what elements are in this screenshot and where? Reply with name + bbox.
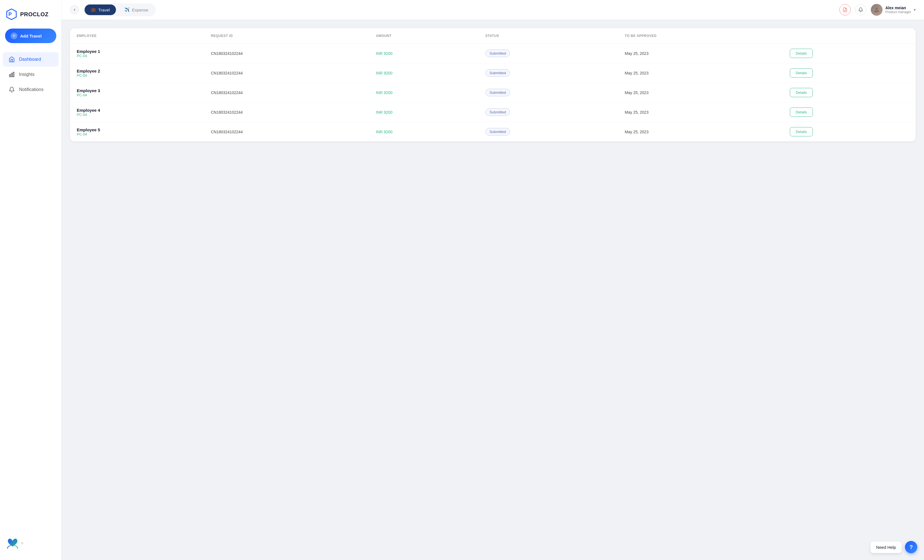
bird-logo-icon	[6, 538, 20, 549]
cell-request-id-0: CN180324102244	[204, 44, 369, 63]
cell-status-4: Submitted	[478, 122, 618, 142]
employee-name-2: Employee 3	[77, 88, 198, 93]
footer-brand: ©	[6, 538, 56, 549]
employee-name-1: Employee 2	[77, 69, 198, 73]
user-role: Product manager	[885, 10, 911, 14]
help-button[interactable]: ?	[905, 541, 917, 553]
header: 💼 Travel ✈️ Expense	[62, 0, 924, 20]
header-left: 💼 Travel ✈️ Expense	[70, 3, 156, 16]
cell-action-4: Details	[783, 122, 916, 142]
col-to-be-approved: TO BE APPROVED	[618, 28, 783, 44]
avatar	[871, 4, 882, 16]
table-row: Employee 1 PC-04 CN180324102244 INR 9200…	[70, 44, 916, 63]
cell-amount-2: INR 9200	[369, 83, 478, 102]
details-button-2[interactable]: Details	[790, 88, 813, 97]
cell-request-id-1: CN180324102244	[204, 63, 369, 83]
export-button[interactable]	[839, 4, 850, 15]
table-row: Employee 5 PC-04 CN180324102244 INR 9200…	[70, 122, 916, 142]
cell-amount-3: INR 9200	[369, 102, 478, 122]
col-status: STATUS	[478, 28, 618, 44]
employee-id-0: PC-04	[77, 54, 198, 58]
cell-request-id-4: CN180324102244	[204, 122, 369, 142]
user-profile[interactable]: Alex meian Product manager ▾	[871, 4, 916, 16]
status-badge-1: Submitted	[485, 69, 510, 77]
col-request-id: REQUEST ID	[204, 28, 369, 44]
svg-point-7	[876, 7, 878, 10]
cell-action-1: Details	[783, 63, 916, 83]
status-badge-2: Submitted	[485, 89, 510, 96]
cell-employee-2: Employee 3 PC-04	[70, 83, 204, 102]
cell-status-1: Submitted	[478, 63, 618, 83]
employee-id-2: PC-04	[77, 93, 198, 97]
details-button-4[interactable]: Details	[790, 127, 813, 136]
dashboard-label: Dashboard	[19, 57, 41, 62]
main-tab-group: 💼 Travel ✈️ Expense	[84, 3, 156, 16]
header-right: Alex meian Product manager ▾	[839, 4, 916, 16]
col-action	[783, 28, 916, 44]
cell-amount-4: INR 9200	[369, 122, 478, 142]
copyright-text: ©	[21, 542, 23, 545]
details-button-0[interactable]: Details	[790, 49, 813, 58]
cell-approved-4: May 25, 2023	[618, 122, 783, 142]
travel-table-card: EMPLOYEE REQUEST ID AMOUNT STATUS TO BE …	[70, 28, 916, 141]
svg-rect-2	[9, 75, 10, 77]
content-area: EMPLOYEE REQUEST ID AMOUNT STATUS TO BE …	[62, 20, 924, 560]
need-help-container: Need Help ?	[870, 541, 917, 553]
cell-request-id-2: CN180324102244	[204, 83, 369, 102]
add-travel-label: Add Travel	[20, 34, 42, 38]
cell-action-0: Details	[783, 44, 916, 63]
cell-status-3: Submitted	[478, 102, 618, 122]
home-icon	[8, 56, 15, 63]
cell-status-2: Submitted	[478, 83, 618, 102]
sidebar-footer: ©	[0, 532, 62, 554]
notification-button[interactable]	[855, 4, 866, 15]
svg-rect-3	[11, 73, 12, 77]
main-content: 💼 Travel ✈️ Expense	[62, 0, 924, 560]
employee-id-1: PC-04	[77, 73, 198, 78]
logo-area: P PROCLOZ	[0, 6, 62, 28]
sidebar-item-dashboard[interactable]: Dashboard	[3, 52, 58, 67]
question-mark-icon: ?	[909, 544, 913, 551]
sidebar-item-notifications[interactable]: Notifications	[3, 82, 58, 97]
cell-approved-1: May 25, 2023	[618, 63, 783, 83]
col-employee: EMPLOYEE	[70, 28, 204, 44]
expense-tab-icon: ✈️	[124, 7, 130, 12]
cell-approved-3: May 25, 2023	[618, 102, 783, 122]
app-name: PROCLOZ	[20, 11, 48, 18]
travel-table: EMPLOYEE REQUEST ID AMOUNT STATUS TO BE …	[70, 28, 916, 141]
plus-icon: +	[10, 33, 17, 39]
svg-rect-4	[13, 72, 14, 77]
sidebar: P PROCLOZ + Add Travel Dashboard	[0, 0, 62, 560]
table-row: Employee 3 PC-04 CN180324102244 INR 9200…	[70, 83, 916, 102]
employee-id-4: PC-04	[77, 132, 198, 136]
cell-employee-0: Employee 1 PC-04	[70, 44, 204, 63]
table-header-row: EMPLOYEE REQUEST ID AMOUNT STATUS TO BE …	[70, 28, 916, 44]
need-help-label: Need Help	[870, 542, 902, 553]
insights-label: Insights	[19, 72, 34, 77]
cell-status-0: Submitted	[478, 44, 618, 63]
details-button-3[interactable]: Details	[790, 108, 813, 117]
add-travel-button[interactable]: + Add Travel	[5, 28, 56, 43]
employee-name-4: Employee 5	[77, 127, 198, 132]
collapse-sidebar-button[interactable]	[70, 5, 79, 14]
cell-action-3: Details	[783, 102, 916, 122]
bell-icon	[8, 86, 15, 93]
employee-name-3: Employee 4	[77, 108, 198, 112]
details-button-1[interactable]: Details	[790, 68, 813, 78]
cell-amount-0: INR 9200	[369, 44, 478, 63]
employee-name-0: Employee 1	[77, 49, 198, 54]
avatar-image	[871, 4, 882, 16]
sidebar-item-insights[interactable]: Insights	[3, 67, 58, 82]
procloz-logo-icon: P	[6, 8, 17, 20]
travel-tab[interactable]: 💼 Travel	[85, 4, 116, 15]
travel-tab-icon: 💼	[91, 7, 96, 12]
status-badge-4: Submitted	[485, 128, 510, 136]
cell-employee-3: Employee 4 PC-04	[70, 102, 204, 122]
status-badge-0: Submitted	[485, 49, 510, 57]
travel-tab-label: Travel	[98, 7, 110, 12]
expense-tab[interactable]: ✈️ Expense	[118, 4, 154, 15]
cell-employee-1: Employee 2 PC-04	[70, 63, 204, 83]
svg-text:P: P	[8, 12, 12, 17]
cell-approved-0: May 25, 2023	[618, 44, 783, 63]
table-row: Employee 4 PC-04 CN180324102244 INR 9200…	[70, 102, 916, 122]
